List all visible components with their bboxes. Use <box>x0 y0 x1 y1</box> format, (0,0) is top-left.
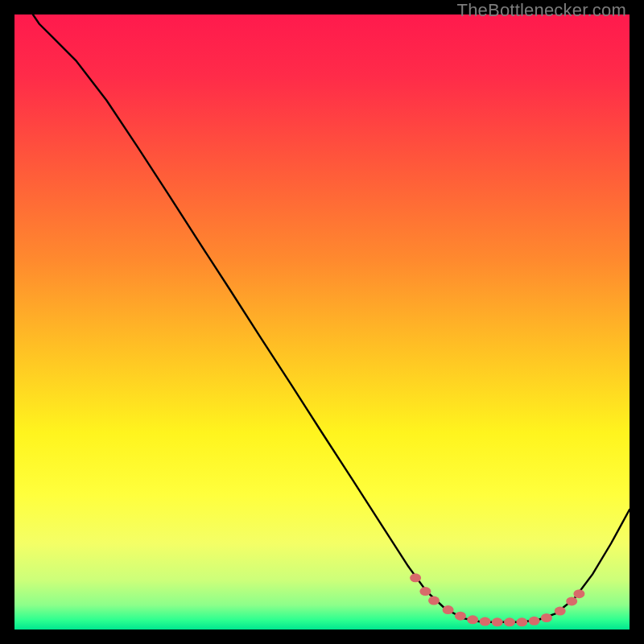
marker-dot <box>541 613 552 622</box>
marker-dot <box>419 587 431 596</box>
heat-gradient-background <box>14 14 630 630</box>
bottleneck-chart <box>14 14 630 630</box>
marker-dot <box>504 617 515 626</box>
marker-dot <box>555 607 566 616</box>
watermark-text: TheBottlenecker.com <box>457 0 626 21</box>
chart-frame <box>14 14 630 630</box>
marker-dot <box>492 617 503 626</box>
marker-dot <box>480 617 491 626</box>
marker-dot <box>443 605 454 614</box>
marker-dot <box>516 617 527 626</box>
marker-dot <box>410 573 421 582</box>
marker-dot <box>467 615 478 624</box>
marker-dot <box>566 597 577 605</box>
marker-dot <box>529 617 540 625</box>
marker-dot <box>573 589 584 598</box>
marker-dot <box>455 612 466 621</box>
marker-dot <box>428 597 440 605</box>
